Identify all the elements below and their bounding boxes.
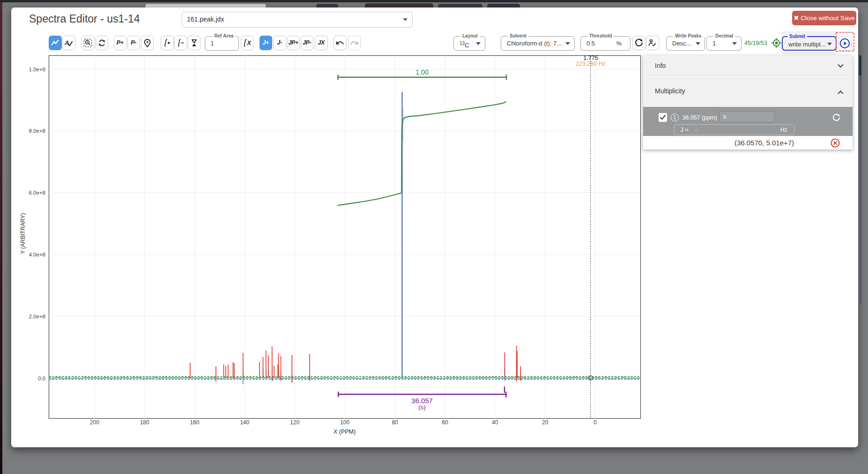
svg-text:8.0e+8: 8.0e+8 <box>29 128 46 134</box>
svg-text:223.260 Hz: 223.260 Hz <box>576 60 606 67</box>
svg-text:2.0e+8: 2.0e+8 <box>29 314 46 319</box>
svg-text:Y (ARBITRARY): Y (ARBITRARY) <box>20 213 26 254</box>
svg-text:140: 140 <box>240 419 249 426</box>
svg-text:100: 100 <box>340 419 349 426</box>
svg-text:40: 40 <box>492 419 498 426</box>
svg-text:6.0e+8: 6.0e+8 <box>29 190 46 196</box>
svg-text:200: 200 <box>90 419 99 426</box>
svg-text:(s): (s) <box>418 404 426 411</box>
svg-text:0.0: 0.0 <box>38 376 45 381</box>
svg-text:180: 180 <box>140 419 149 426</box>
svg-text:1.00: 1.00 <box>415 68 429 76</box>
svg-text:60: 60 <box>442 419 448 426</box>
svg-text:36.057: 36.057 <box>411 397 433 405</box>
svg-text:20: 20 <box>542 419 549 426</box>
svg-text:80: 80 <box>392 419 398 426</box>
svg-text:160: 160 <box>190 419 200 426</box>
svg-text:4.0e+8: 4.0e+8 <box>29 252 46 257</box>
svg-text:1.0e+9: 1.0e+9 <box>29 67 46 72</box>
svg-text:X (PPM): X (PPM) <box>334 429 356 435</box>
svg-text:0: 0 <box>594 419 597 426</box>
svg-text:120: 120 <box>290 419 299 426</box>
